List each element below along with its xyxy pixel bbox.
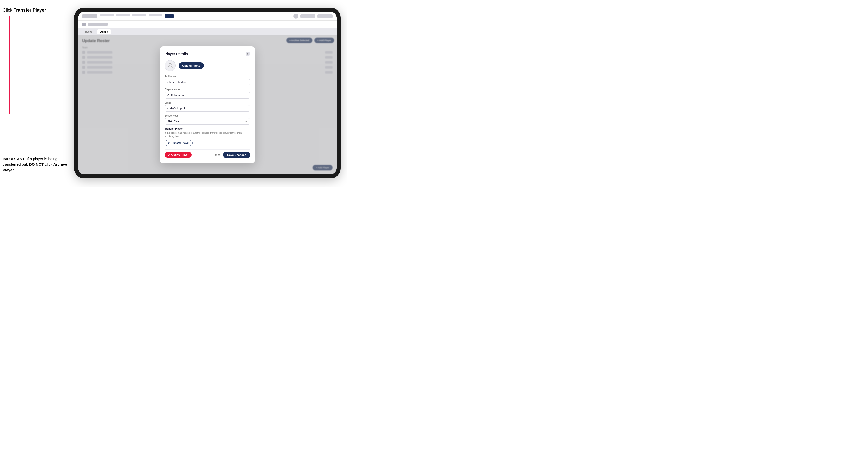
nav-appoff[interactable]: [149, 14, 162, 16]
email-field: Email: [165, 101, 250, 112]
tab-roster[interactable]: Roster: [82, 29, 95, 34]
svg-point-0: [169, 63, 172, 66]
arrow-vertical: [9, 16, 9, 114]
header-action-btn[interactable]: [317, 14, 333, 18]
modal-overlay: Player Details ×: [78, 35, 337, 175]
app-logo: [82, 14, 97, 18]
sub-header-text: [88, 23, 108, 26]
nav-dashboards[interactable]: [100, 14, 114, 16]
transfer-icon: ⟳: [168, 142, 170, 144]
full-name-field: Full Name: [165, 75, 250, 86]
archive-icon: ⊘: [168, 153, 170, 156]
email-label: Email: [165, 101, 250, 104]
full-name-label: Full Name: [165, 75, 250, 78]
school-year-field: School Year Sixth Year: [165, 114, 250, 125]
photo-placeholder: [165, 60, 176, 71]
nav-store[interactable]: [165, 14, 174, 18]
important-label: IMPORTANT: [2, 157, 25, 161]
important-text2: click: [44, 162, 53, 166]
tab-bar: Roster Admin: [78, 28, 337, 35]
instructions-panel: Click Transfer Player: [2, 7, 70, 13]
display-name-field: Display Name: [165, 88, 250, 98]
nav-coaches[interactable]: [132, 14, 146, 16]
app-header: [78, 11, 337, 21]
photo-section: Upload Photo: [165, 60, 250, 71]
transfer-section-title: Transfer Player: [165, 127, 250, 130]
modal-header: Player Details ×: [165, 52, 250, 56]
upload-photo-button[interactable]: Upload Photo: [179, 62, 204, 69]
archive-player-button[interactable]: ⊘ Archive Player: [165, 152, 191, 158]
app-nav: [100, 14, 290, 18]
school-year-label: School Year: [165, 114, 250, 117]
modal-footer: ⊘ Archive Player Cancel Save Changes: [165, 149, 250, 158]
email-input[interactable]: [165, 105, 250, 112]
main-content: Update Roster Team: [78, 35, 337, 175]
modal-close-button[interactable]: ×: [246, 52, 250, 56]
header-right: [293, 13, 333, 19]
tablet-screen: Roster Admin Update Roster Team: [78, 11, 337, 175]
modal-title: Player Details: [165, 52, 188, 56]
cancel-button[interactable]: Cancel: [213, 153, 221, 156]
arrow-horizontal: [9, 114, 83, 114]
full-name-input[interactable]: [165, 79, 250, 86]
nav-feed[interactable]: [116, 14, 130, 16]
transfer-section: Transfer Player If this player has moved…: [165, 127, 250, 146]
player-details-modal: Player Details ×: [160, 46, 255, 163]
school-year-select[interactable]: Sixth Year: [165, 118, 250, 125]
add-coach-btn[interactable]: [300, 14, 315, 18]
tablet-device: Roster Admin Update Roster Team: [74, 7, 341, 179]
sub-header-icon: [82, 23, 86, 26]
user-avatar: [293, 13, 299, 19]
do-not-label: DO NOT: [29, 162, 44, 166]
important-instruction: IMPORTANT: If a player is being transfer…: [2, 156, 70, 173]
display-name-label: Display Name: [165, 88, 250, 91]
arrow-annotation: [4, 16, 85, 122]
transfer-description: If this player has moved to another scho…: [165, 131, 250, 138]
transfer-player-button[interactable]: ⟳ Transfer Player: [165, 140, 192, 146]
click-prefix: Click: [2, 7, 13, 12]
click-bold: Transfer Player: [13, 7, 46, 12]
tab-admin[interactable]: Admin: [97, 29, 111, 34]
click-instruction: Click Transfer Player: [2, 7, 70, 13]
sub-header: [78, 21, 337, 28]
display-name-input[interactable]: [165, 92, 250, 98]
save-changes-button[interactable]: Save Changes: [223, 152, 250, 158]
